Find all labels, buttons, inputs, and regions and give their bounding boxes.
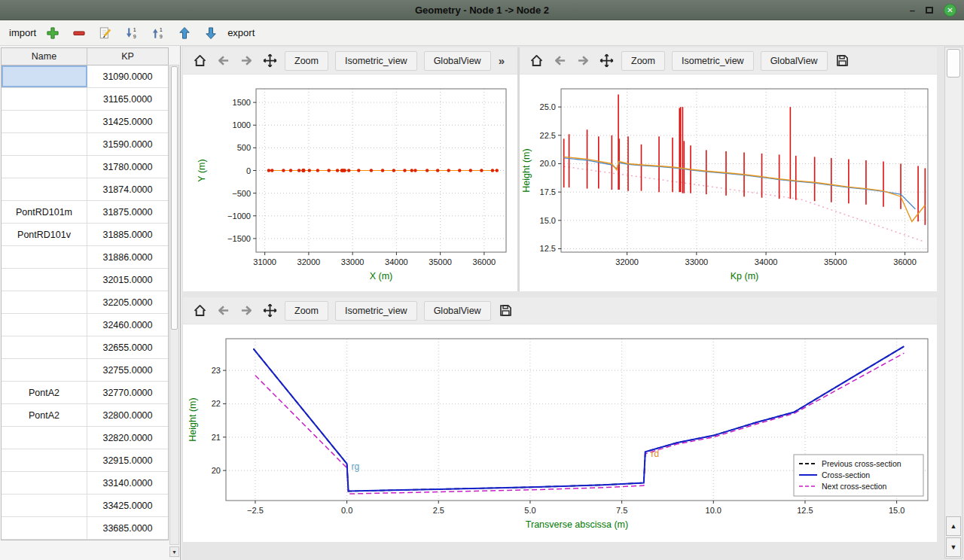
forward-button[interactable] [572,50,593,72]
save-button[interactable] [496,300,517,321]
sort-descending-button[interactable] [122,23,142,43]
table-cell-name[interactable] [2,246,87,268]
table-cell-kp[interactable]: 32015.0000 [87,269,168,291]
table-scrollbar-thumb[interactable] [171,66,178,330]
table-cell-kp[interactable]: 32820.0000 [87,427,168,449]
table-row[interactable]: 33425.0000 [2,495,168,517]
sort-ascending-button[interactable] [148,23,168,43]
table-row[interactable]: 32915.0000 [2,449,168,472]
table-cell-name[interactable] [2,517,87,539]
table-row[interactable]: 32460.0000 [2,314,168,336]
table-cell-kp[interactable]: 33140.0000 [87,472,168,494]
zoom-button[interactable]: Zoom [285,301,328,321]
global-view-button[interactable]: GlobalView [761,51,828,71]
table-cell-name[interactable] [2,178,87,200]
move-down-button[interactable] [201,23,221,43]
back-button[interactable] [212,50,233,72]
table-cell-name[interactable] [2,88,87,110]
pan-button[interactable] [259,300,280,321]
table-cell-name[interactable] [2,427,87,449]
table-cell-name[interactable] [2,314,87,336]
home-button[interactable] [189,50,210,72]
close-button[interactable]: ✕ [944,4,956,17]
table-row[interactable]: 31590.0000 [2,133,168,156]
table-cell-kp[interactable]: 33425.0000 [87,495,168,516]
vertical-scrollbar[interactable]: ▲ ▼ [944,47,962,558]
zoom-button[interactable]: Zoom [621,51,665,71]
table-scrollbar[interactable] [169,65,179,545]
table-row[interactable]: PontA232770.0000 [2,382,168,404]
table-cell-name[interactable] [2,133,87,155]
table-cell-name[interactable] [2,472,87,494]
table-cell-name[interactable] [2,269,87,291]
column-header-name[interactable]: Name [2,48,87,65]
table-row[interactable]: 32205.0000 [2,291,168,314]
table-cell-name[interactable] [2,359,87,381]
longitudinal-profile-chart[interactable]: 320003300034000350003600012.515.017.520.… [520,75,937,291]
table-row[interactable]: 31874.0000 [2,178,168,201]
scroll-up-button[interactable]: ▲ [946,516,961,536]
table-row[interactable]: 31886.0000 [2,246,168,269]
table-cell-kp[interactable]: 32460.0000 [87,314,168,336]
table-row[interactable]: 31090.0000 [2,65,168,88]
table-cell-name[interactable]: PontRD101v [2,224,87,245]
table-row[interactable]: 33685.0000 [2,517,168,540]
global-view-button[interactable]: GlobalView [424,51,491,71]
table-row[interactable]: PontRD101m31875.0000 [2,201,168,224]
home-button[interactable] [189,300,210,321]
isometric-view-button[interactable]: Isometric_view [335,51,417,71]
table-cell-kp[interactable]: 32205.0000 [87,291,168,313]
table-cell-name[interactable] [2,291,87,313]
cross-section-chart[interactable]: −2.50.02.55.07.510.012.515.020212223Tran… [183,324,937,542]
home-button[interactable] [526,50,547,72]
pan-button[interactable] [596,50,617,72]
isometric-view-button[interactable]: Isometric_view [672,51,754,71]
table-cell-kp[interactable]: 31165.0000 [87,88,168,110]
table-cell-name[interactable] [2,65,87,87]
table-row[interactable]: 33140.0000 [2,472,168,495]
scroll-down-button[interactable]: ▼ [946,537,961,557]
move-up-button[interactable] [175,23,194,43]
table-cell-kp[interactable]: 32800.0000 [87,404,168,426]
table-cell-kp[interactable]: 32770.0000 [87,382,168,403]
table-row[interactable]: 31165.0000 [2,88,168,111]
isometric-view-button[interactable]: Isometric_view [335,301,417,321]
table-row[interactable]: 31780.0000 [2,156,168,178]
table-cell-kp[interactable]: 31425.0000 [87,111,168,132]
table-cell-kp[interactable]: 31886.0000 [87,246,168,268]
table-cell-name[interactable]: PontA2 [2,382,87,403]
global-view-button[interactable]: GlobalView [424,301,491,321]
table-cell-kp[interactable]: 31875.0000 [87,201,168,223]
table-row[interactable]: 32755.0000 [2,359,168,382]
table-row[interactable]: PontA232800.0000 [2,404,168,427]
table-cell-kp[interactable]: 32755.0000 [87,359,168,381]
titlebar[interactable]: Geometry - Node 1 -> Node 2 – ✕ [0,0,964,20]
zoom-button[interactable]: Zoom [285,51,328,71]
table-row[interactable]: 32820.0000 [2,427,168,449]
forward-button[interactable] [236,300,257,321]
table-row[interactable]: 32015.0000 [2,269,168,291]
table-cell-name[interactable] [2,336,87,358]
maximize-button[interactable] [926,7,933,14]
table-cell-name[interactable] [2,495,87,516]
plan-view-chart[interactable]: 310003200033000340003500036000−1500−1000… [183,75,517,291]
add-section-button[interactable] [43,23,63,43]
table-row[interactable]: PontRD101v31885.0000 [2,224,168,246]
table-cell-name[interactable] [2,111,87,132]
export-button[interactable]: export [227,27,255,38]
back-button[interactable] [549,50,570,72]
table-scroll-down-button[interactable]: ▼ [169,546,179,557]
table-cell-name[interactable] [2,449,87,471]
table-cell-kp[interactable]: 33685.0000 [87,517,168,539]
table-cell-kp[interactable]: 32655.0000 [87,336,168,358]
edit-section-button[interactable] [96,23,115,43]
horizontal-splitter[interactable] [183,291,937,297]
toolbar-overflow-button[interactable]: » [496,54,508,67]
column-header-kp[interactable]: KP [87,48,168,65]
minimize-button[interactable]: – [910,5,915,16]
table-cell-kp[interactable]: 31874.0000 [87,178,168,200]
back-button[interactable] [212,300,233,321]
import-button[interactable]: import [9,27,36,38]
table-cell-name[interactable] [2,156,87,178]
table-cell-kp[interactable]: 31090.0000 [87,65,168,87]
